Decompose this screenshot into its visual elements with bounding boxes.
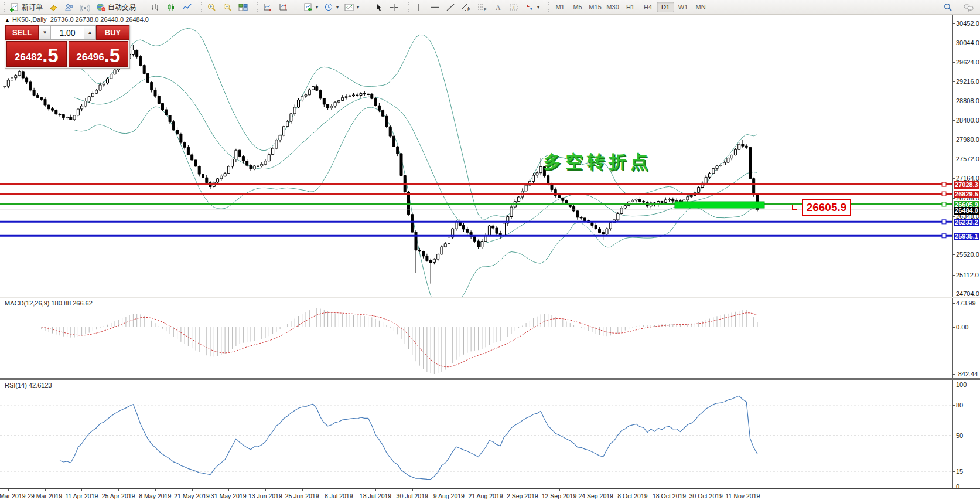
new-order-button[interactable]: 新订单 [7,1,46,13]
buy-price-tile[interactable]: 26496.5 [69,41,129,67]
people-icon [64,3,74,12]
search-button[interactable] [940,1,956,13]
template-dropdown[interactable]: ▾ [342,1,362,13]
autotrading-button[interactable]: 自动交易 [93,1,139,13]
line-end-marker [942,234,946,238]
chevron-down-icon: ▾ [336,5,339,10]
axis-tick-label: 100 [956,381,967,388]
timeframe-button-m30[interactable]: M30 [604,2,622,12]
date-label: 9 Aug 2019 [433,492,465,499]
toolbar-grip[interactable] [407,2,410,12]
search-icon [943,3,953,12]
date-tick [375,489,376,491]
zoom-out-icon [223,3,233,12]
timeframe-button-m1[interactable]: M1 [551,2,569,12]
toolbar-grip[interactable] [3,2,6,12]
axis-tick-label: 29216.0 [956,78,979,85]
macd-pane[interactable] [0,298,952,378]
trendline-button[interactable] [443,1,459,13]
period-dropdown[interactable]: ▾ [321,1,342,13]
support-highlight-box[interactable] [675,202,764,208]
toolbar-grip[interactable] [256,2,259,12]
chat-button[interactable] [961,1,976,13]
date-tick [118,489,119,491]
volume-value[interactable]: 1.00 [51,26,84,39]
horizontal-line-button[interactable] [427,1,443,13]
date-label: 25 Apr 2019 [102,492,135,499]
volume-increase-button[interactable]: ▲ [84,26,96,39]
axis-tick-label: 50 [956,432,963,439]
accounts-button[interactable] [62,1,77,13]
axis-price-label: 25935.1 [954,233,979,240]
signal-icon [80,3,90,12]
autotrading-label: 自动交易 [108,2,136,12]
timeframe-button-d1[interactable]: D1 [657,2,674,12]
pane-splitter[interactable] [0,297,980,298]
autoscroll-button[interactable] [260,1,276,13]
date-label: 29 Mar 2019 [28,492,62,499]
crosshair-button[interactable] [387,1,402,13]
arrows-dropdown[interactable]: ▾ [522,1,542,13]
axis-tick-label: 80 [956,402,963,409]
rsi-pane[interactable] [0,380,952,488]
date-tick [706,489,706,491]
timeframe-button-h4[interactable]: H4 [639,2,657,12]
date-label: 12 Sep 2019 [542,492,577,499]
sell-button[interactable]: SELL [5,25,39,40]
macd-histogram [42,308,757,374]
arrows-icon [525,3,535,12]
chart-annotation-text: 多空转折点 [544,150,652,174]
line-chart-button[interactable] [179,1,195,13]
vertical-line-button[interactable] [411,1,427,13]
fibonacci-button[interactable]: F [474,1,490,13]
toolbar-grip[interactable] [547,2,550,12]
axis-tick-label: 25112.0 [956,271,979,278]
price-axis[interactable]: 30452.030044.029624.029216.028808.028400… [952,14,980,488]
timeframe-button-w1[interactable]: W1 [674,2,692,12]
channel-button[interactable]: E [459,1,474,13]
text-button[interactable]: A [490,1,506,13]
date-axis[interactable]: 19 Mar 201929 Mar 201911 Apr 201925 Apr … [0,488,980,503]
main-chart-pane[interactable] [0,14,952,297]
zoom-out-button[interactable] [220,1,235,13]
bar-chart-button[interactable] [148,1,163,13]
date-tick [596,489,596,491]
timeframe-button-mn[interactable]: MN [692,2,709,12]
date-label: 24 Sep 2019 [578,492,613,499]
axis-price-label: 26484.0 [954,207,979,215]
zoom-in-button[interactable] [204,1,220,13]
svg-text:F: F [484,8,486,12]
date-tick [523,489,523,491]
date-tick [559,489,560,491]
pane-splitter[interactable] [0,378,980,380]
new-chart-dropdown[interactable]: ▾ [301,1,321,13]
date-label: 8 May 2019 [139,492,171,499]
symbol-name: HK50-,Daily [12,16,47,23]
chevron-down-icon: ▾ [357,5,359,10]
timeframe-button-h1[interactable]: H1 [622,2,639,12]
axis-tick-label: 15 [956,468,963,475]
buy-button[interactable]: BUY [96,25,129,40]
timeframe-button-m15[interactable]: M15 [586,2,604,12]
toolbar-grip[interactable] [144,2,146,12]
marketwatch-button[interactable] [46,1,62,13]
timeframe-button-m5[interactable]: M5 [569,2,586,12]
toolbar-grip[interactable] [200,2,203,12]
volume-decrease-button[interactable]: ▼ [39,26,51,39]
date-tick [339,489,339,491]
date-tick [633,489,633,491]
symbol-ohlc: 26736.0 26738.0 26440.0 26484.0 [50,16,149,23]
chart-shift-button[interactable] [276,1,292,13]
date-tick [265,489,266,491]
tile-windows-button[interactable] [235,1,251,13]
date-label: 19 Mar 2019 [0,492,25,499]
label-button[interactable]: T [506,1,522,13]
sell-price-tile[interactable]: 26482.5 [6,41,67,67]
candlestick-chart-button[interactable] [163,1,179,13]
objects-group: E F A T ▾ [404,0,544,14]
signals-button[interactable] [77,1,93,13]
svg-text:A: A [496,4,501,12]
toolbar-grip[interactable] [367,2,370,12]
toolbar-grip[interactable] [296,2,299,12]
cursor-button[interactable] [371,1,387,13]
